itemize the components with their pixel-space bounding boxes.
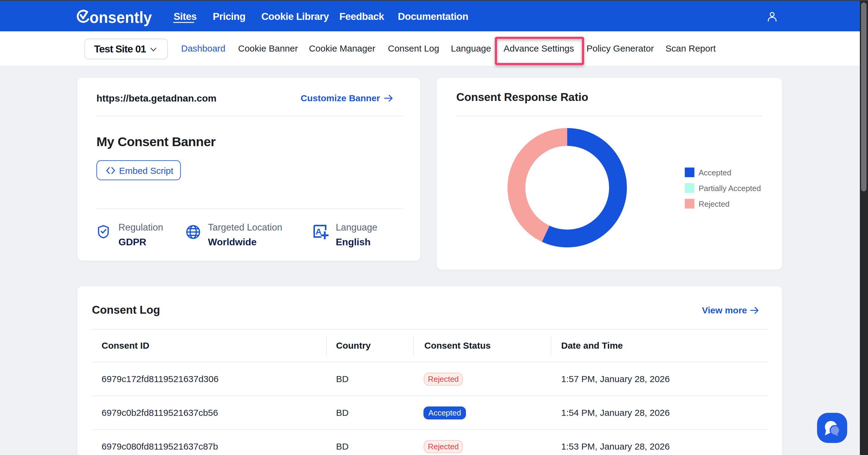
svg-text:A: A bbox=[315, 227, 321, 236]
svg-text:onsently: onsently bbox=[90, 8, 152, 26]
